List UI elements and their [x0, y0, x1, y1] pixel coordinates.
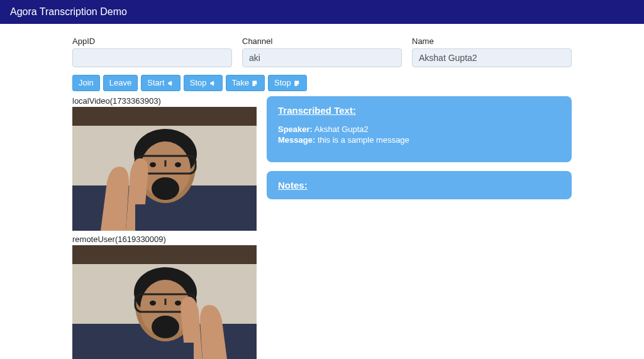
svg-point-21 [175, 301, 181, 306]
channel-input[interactable] [242, 48, 402, 67]
leave-button[interactable]: Leave [103, 75, 138, 91]
stop-button[interactable]: Stop [184, 75, 223, 91]
navbar: Agora Transcription Demo [0, 0, 644, 24]
video-column: localVideo(1733363903) [72, 96, 257, 359]
local-video-label: localVideo(1733363903) [72, 96, 257, 106]
stop-button-label: Stop [190, 77, 207, 89]
svg-point-9 [175, 162, 181, 167]
take-button-label: Take [232, 77, 249, 89]
name-label: Name [412, 36, 572, 46]
svg-point-20 [150, 301, 156, 306]
form-row: AppID Channel Name [72, 36, 572, 67]
appid-group: AppID [72, 36, 232, 67]
start-button-label: Start [147, 77, 164, 89]
channel-group: Channel [242, 36, 402, 67]
join-button[interactable]: Join [72, 75, 100, 91]
message-line: Message: this is a sample message [278, 135, 560, 145]
svg-point-22 [152, 316, 179, 338]
stop-notes-button[interactable]: Stop [268, 75, 307, 91]
megaphone-icon [167, 80, 174, 87]
svg-rect-12 [72, 245, 257, 264]
svg-point-10 [152, 177, 179, 200]
name-input[interactable] [412, 48, 572, 67]
svg-point-8 [150, 162, 156, 167]
megaphone-icon [209, 80, 216, 87]
notes-title: Notes: [278, 180, 560, 191]
button-row: Join Leave Start Stop Take Stop [72, 75, 572, 91]
appid-label: AppID [72, 36, 232, 46]
note-icon [294, 80, 301, 87]
take-button[interactable]: Take [226, 75, 265, 91]
local-video [72, 107, 257, 231]
channel-label: Channel [242, 36, 402, 46]
start-button[interactable]: Start [141, 75, 180, 91]
main-container: AppID Channel Name Join Leave Start Stop… [0, 24, 644, 359]
note-icon [252, 80, 258, 87]
transcribed-panel: Transcribed Text: Speaker: Akshat Gupta2… [267, 96, 572, 162]
app-title: Agora Transcription Demo [10, 6, 127, 17]
remote-video-label: remoteUser(1619330009) [72, 235, 257, 244]
speaker-line: Speaker: Akshat Gupta2 [278, 124, 560, 134]
remote-video [72, 245, 257, 359]
svg-rect-11 [135, 204, 198, 231]
name-group: Name [412, 36, 572, 67]
panel-column: Transcribed Text: Speaker: Akshat Gupta2… [267, 96, 572, 208]
svg-rect-23 [131, 343, 194, 359]
transcribed-title: Transcribed Text: [278, 105, 560, 116]
join-button-label: Join [79, 77, 94, 89]
content-row: localVideo(1733363903) [72, 96, 572, 359]
appid-input[interactable] [72, 48, 232, 67]
message-value: this is a sample message [318, 135, 409, 145]
message-label: Message: [278, 135, 315, 145]
speaker-label: Speaker: [278, 124, 313, 134]
notes-panel: Notes: [267, 171, 572, 199]
leave-button-label: Leave [109, 77, 131, 89]
svg-rect-0 [72, 107, 257, 126]
speaker-value: Akshat Gupta2 [314, 124, 369, 134]
stop-notes-button-label: Stop [274, 77, 291, 89]
